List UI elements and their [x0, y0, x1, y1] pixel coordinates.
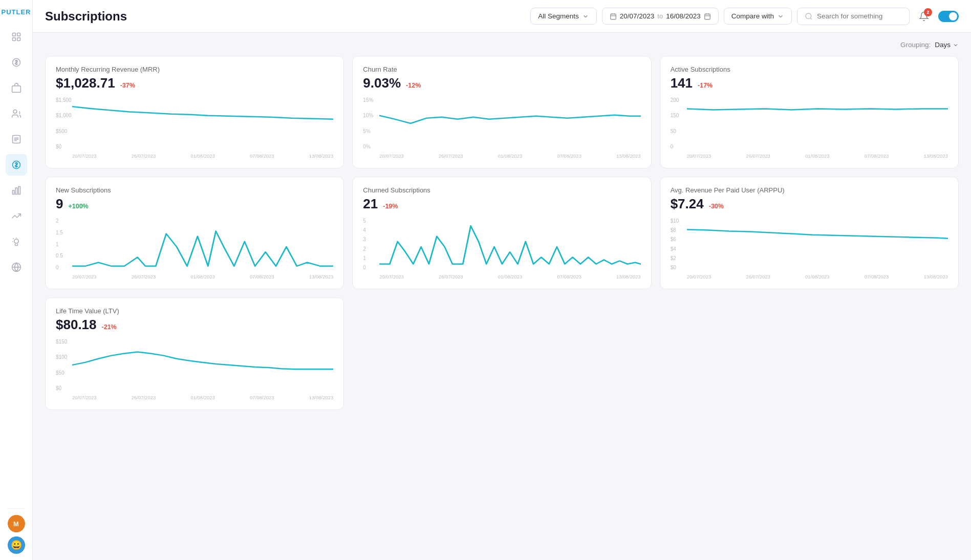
svg-rect-5 [12, 86, 20, 93]
svg-rect-13 [15, 188, 17, 195]
card-title-ltv: Life Time Value (LTV) [56, 307, 333, 315]
chart-x-labels-arppu: 20/07/202326/07/202301/08/202307/08/2023… [687, 274, 948, 279]
card-arppu: Avg. Revenue Per Paid User (ARPPU) $7.24… [660, 177, 959, 289]
card-value-row-mrr: $1,028.71 -37% [56, 75, 333, 91]
card-badge-churn: -12% [406, 81, 421, 90]
avatar-emoji[interactable]: 😀 [8, 536, 25, 554]
chart-svg-active_subs [687, 97, 948, 149]
card-badge-active_subs: -17% [698, 81, 713, 90]
search-box[interactable] [797, 8, 910, 25]
compare-dropdown[interactable]: Compare with [724, 8, 792, 25]
svg-rect-14 [18, 187, 20, 195]
sidebar-item-trends[interactable] [6, 205, 27, 227]
sidebar-item-revenue[interactable] [6, 52, 27, 73]
card-value-row-arppu: $7.24 -30% [671, 196, 948, 212]
card-badge-ltv: -21% [102, 322, 117, 332]
notification-button[interactable]: 2 [915, 7, 933, 26]
sidebar-item-dashboard[interactable] [6, 26, 27, 48]
chart-y-labels-arppu: $10$8$6$4$2$0 [671, 218, 679, 279]
svg-point-6 [13, 110, 17, 114]
svg-rect-25 [704, 14, 710, 19]
theme-toggle[interactable] [938, 11, 959, 22]
card-value-ltv: $80.18 [56, 317, 97, 333]
chart-svg-new_subs [72, 218, 333, 270]
date-range-picker[interactable]: 20/07/2023 to 16/08/2023 [602, 8, 719, 25]
card-title-arppu: Avg. Revenue Per Paid User (ARPPU) [671, 186, 948, 194]
card-title-active_subs: Active Subscriptions [671, 66, 948, 73]
sidebar-item-customers[interactable] [6, 103, 27, 124]
card-title-mrr: Monthly Recurring Revenue (MRR) [56, 66, 333, 73]
sidebar-item-analytics[interactable] [6, 180, 27, 201]
chart-line-svg-ltv [72, 339, 333, 391]
sidebar: PUTLER M 😀 [0, 0, 33, 560]
svg-rect-0 [12, 33, 15, 36]
content-area: Grouping: Days Monthly Recurring Revenue… [33, 33, 971, 560]
chart-y-labels-new_subs: 21.510.50 [56, 218, 63, 279]
search-input[interactable] [817, 12, 902, 20]
grouping-bar: Grouping: Days [45, 41, 959, 49]
card-value-row-active_subs: 141 -17% [671, 75, 948, 91]
chart-x-labels-ltv: 20/07/202326/07/202301/08/202307/08/2023… [72, 395, 333, 400]
sidebar-item-insights[interactable] [6, 231, 27, 252]
app-logo: PUTLER [0, 6, 33, 18]
card-churned_subs: Churned Subscriptions 21 -19% 543210 20/… [352, 177, 651, 289]
chart-x-labels-churned_subs: 20/07/202326/07/202301/08/202307/08/2023… [379, 274, 640, 279]
chart-mrr: $1,500$1,000$500$0 20/07/202326/07/20230… [56, 97, 333, 159]
page-title: Subscriptions [45, 9, 127, 24]
grouping-dropdown[interactable]: Days [935, 41, 959, 49]
chart-line-svg-churned_subs [379, 218, 640, 270]
chart-y-labels-churn: 15%10%5%0% [363, 97, 373, 159]
chart-line-svg-arppu [687, 218, 948, 270]
date-to: 16/08/2023 [666, 12, 701, 20]
cards-grid: Monthly Recurring Revenue (MRR) $1,028.7… [45, 56, 959, 410]
card-badge-arppu: -30% [709, 202, 724, 211]
chart-new_subs: 21.510.50 20/07/202326/07/202301/08/2023… [56, 218, 333, 279]
sidebar-item-global[interactable] [6, 256, 27, 278]
svg-rect-1 [17, 33, 20, 36]
segments-label: All Segments [538, 12, 579, 20]
compare-label: Compare with [731, 12, 774, 20]
card-title-new_subs: New Subscriptions [56, 186, 333, 194]
chart-churn: 15%10%5%0% 20/07/202326/07/202301/08/202… [363, 97, 640, 159]
avatar-m[interactable]: M [8, 515, 25, 532]
chart-y-labels-ltv: $150$100$50$0 [56, 339, 67, 400]
card-value-mrr: $1,028.71 [56, 75, 115, 91]
chart-svg-churned_subs [379, 218, 640, 270]
segments-dropdown[interactable]: All Segments [530, 8, 597, 25]
date-separator: to [657, 12, 663, 20]
card-churn: Churn Rate 9.03% -12% 15%10%5%0% 20/07/2… [352, 56, 651, 168]
card-badge-mrr: -37% [120, 81, 135, 90]
chart-svg-ltv [72, 339, 333, 391]
card-value-churn: 9.03% [363, 75, 401, 91]
chart-line-svg-mrr [72, 97, 333, 149]
chart-churned_subs: 543210 20/07/202326/07/202301/08/202307/… [363, 218, 640, 279]
sidebar-item-subscriptions[interactable] [6, 154, 27, 176]
card-value-active_subs: 141 [671, 75, 693, 91]
card-value-row-ltv: $80.18 -21% [56, 317, 333, 333]
card-mrr: Monthly Recurring Revenue (MRR) $1,028.7… [45, 56, 344, 168]
svg-rect-21 [610, 14, 616, 19]
search-icon [805, 12, 813, 20]
notification-badge: 2 [924, 8, 932, 16]
chart-y-labels-active_subs: 200150500 [671, 97, 679, 159]
sidebar-item-products[interactable] [6, 77, 27, 99]
card-value-new_subs: 9 [56, 196, 63, 212]
svg-rect-12 [12, 190, 14, 195]
sidebar-divider [7, 508, 26, 509]
chart-arppu: $10$8$6$4$2$0 20/07/202326/07/202301/08/… [671, 218, 948, 279]
chart-x-labels-active_subs: 20/07/202326/07/202301/08/202307/08/2023… [687, 153, 948, 159]
chart-line-svg-active_subs [687, 97, 948, 149]
card-active_subs: Active Subscriptions 141 -17% 200150500 … [660, 56, 959, 168]
chart-y-labels-churned_subs: 543210 [363, 218, 366, 279]
chart-y-labels-mrr: $1,500$1,000$500$0 [56, 97, 72, 159]
card-title-churned_subs: Churned Subscriptions [363, 186, 640, 194]
chart-svg-mrr [72, 97, 333, 149]
chart-ltv: $150$100$50$0 20/07/202326/07/202301/08/… [56, 339, 333, 400]
card-value-row-new_subs: 9 +100% [56, 196, 333, 212]
svg-line-17 [13, 239, 13, 239]
card-value-churned_subs: 21 [363, 196, 378, 212]
chart-x-labels-churn: 20/07/202326/07/202301/08/202307/08/2023… [379, 153, 640, 159]
chart-x-labels-new_subs: 20/07/202326/07/202301/08/202307/08/2023… [72, 274, 333, 279]
date-from: 20/07/2023 [620, 12, 655, 20]
sidebar-item-reports[interactable] [6, 128, 27, 150]
